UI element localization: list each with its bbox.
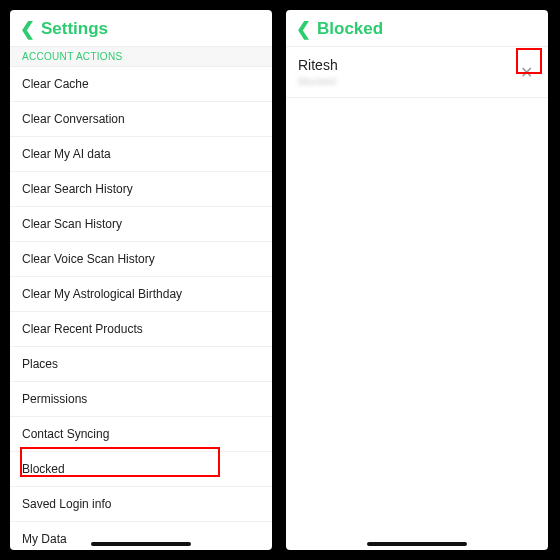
item-label: Clear Search History bbox=[22, 182, 133, 196]
list-item[interactable]: Clear Recent Products bbox=[10, 312, 272, 347]
back-chevron-icon[interactable]: ❮ bbox=[296, 18, 311, 40]
list-item[interactable]: Clear My AI data bbox=[10, 137, 272, 172]
item-label: Places bbox=[22, 357, 58, 371]
item-label: Permissions bbox=[22, 392, 87, 406]
home-indicator bbox=[91, 542, 191, 546]
item-label: Clear Recent Products bbox=[22, 322, 143, 336]
list-item[interactable]: Clear Cache bbox=[10, 67, 272, 102]
list-item[interactable]: Saved Login info bbox=[10, 487, 272, 522]
blocked-user-row[interactable]: Ritesh blocked ✕ bbox=[286, 47, 548, 98]
item-label: My Data bbox=[22, 532, 67, 546]
unblock-x-icon[interactable]: ✕ bbox=[516, 62, 536, 82]
item-label: Clear Scan History bbox=[22, 217, 122, 231]
blocked-screen: ❮ Blocked Ritesh blocked ✕ bbox=[286, 10, 548, 550]
item-label: Contact Syncing bbox=[22, 427, 109, 441]
nav-title[interactable]: Blocked bbox=[317, 19, 383, 39]
item-label: Clear My Astrological Birthday bbox=[22, 287, 182, 301]
list-item[interactable]: Clear My Astrological Birthday bbox=[10, 277, 272, 312]
list-item[interactable]: Permissions bbox=[10, 382, 272, 417]
item-label: Blocked bbox=[22, 462, 65, 476]
list-item[interactable]: Clear Scan History bbox=[10, 207, 272, 242]
nav-header: ❮ Settings bbox=[10, 10, 272, 46]
blocked-user-subtitle: blocked bbox=[298, 75, 338, 87]
settings-screen: ❮ Settings ACCOUNT ACTIONS Clear Cache C… bbox=[10, 10, 272, 550]
item-label: Saved Login info bbox=[22, 497, 111, 511]
item-label: Clear Voice Scan History bbox=[22, 252, 155, 266]
list-item-blocked[interactable]: Blocked bbox=[10, 452, 272, 487]
item-label: Clear My AI data bbox=[22, 147, 111, 161]
item-label: Clear Conversation bbox=[22, 112, 125, 126]
list-item[interactable]: Clear Search History bbox=[10, 172, 272, 207]
settings-list: Clear Cache Clear Conversation Clear My … bbox=[10, 67, 272, 550]
item-label: Clear Cache bbox=[22, 77, 89, 91]
nav-title[interactable]: Settings bbox=[41, 19, 108, 39]
home-indicator bbox=[367, 542, 467, 546]
list-item[interactable]: Places bbox=[10, 347, 272, 382]
blocked-user-name: Ritesh bbox=[298, 57, 338, 73]
section-header: ACCOUNT ACTIONS bbox=[10, 46, 272, 67]
blocked-user-info: Ritesh blocked bbox=[298, 57, 338, 87]
list-item[interactable]: Clear Voice Scan History bbox=[10, 242, 272, 277]
list-item[interactable]: Clear Conversation bbox=[10, 102, 272, 137]
nav-header: ❮ Blocked bbox=[286, 10, 548, 46]
back-chevron-icon[interactable]: ❮ bbox=[20, 18, 35, 40]
list-item[interactable]: Contact Syncing bbox=[10, 417, 272, 452]
